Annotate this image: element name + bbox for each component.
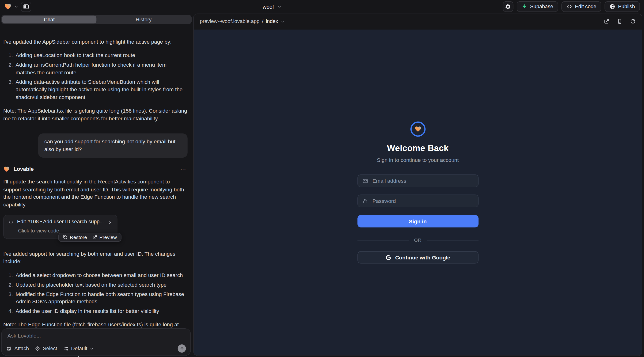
code-icon [566,4,572,10]
assistant-list: Adding useLocation hook to track the cur… [3,52,188,101]
list-item: Added a select dropdown to choose betwee… [14,272,188,279]
email-field-wrap [357,174,478,187]
external-link-icon [92,235,97,240]
model-selector[interactable]: Default [63,346,94,352]
edit-card-title: Edit #108 • Add user ID search supp... [17,218,104,226]
assistant-paragraph: I'll update the search functionality in … [3,178,188,208]
restore-button[interactable]: Restore [63,234,87,240]
list-item: Modified the Edge Function to handle bot… [14,290,188,306]
send-button[interactable] [178,344,186,352]
sliders-icon [63,346,69,351]
chat-tabs: Chat History [1,15,192,24]
project-name: woof [263,4,274,10]
project-switcher[interactable]: woof [263,0,282,13]
restore-label: Restore [70,234,87,240]
assistant-header: Lovable ⋯ [3,165,188,173]
select-label: Select [43,346,57,352]
target-icon [35,346,40,351]
supabase-icon [521,4,527,10]
publish-label: Publish [618,4,635,10]
message-menu-button[interactable]: ⋯ [178,166,188,172]
supabase-button[interactable]: Supabase [516,1,558,12]
gear-icon [505,4,511,10]
list-item: Updated the placeholder text based on th… [14,281,188,288]
edit-code-label: Edit code [575,4,596,10]
heart-icon [4,3,12,10]
path-separator: / [262,18,263,24]
chat-message-list[interactable]: I've updated the AppSidebar component to… [3,38,188,327]
restore-icon [63,235,68,240]
topbar: woof Supabase Edit code [0,0,644,13]
smartphone-icon [617,18,623,24]
tab-history[interactable]: History [96,16,191,24]
heart-icon [3,166,10,172]
chat-input[interactable] [8,332,185,342]
open-in-new-tab-button[interactable] [604,18,610,24]
lock-icon [362,198,368,204]
edit-card-wrap: Edit #108 • Add user ID search supp... C… [3,215,188,239]
google-icon [385,254,392,260]
list-item: Adding an isCurrentPath helper function … [14,61,188,76]
edit-code-button[interactable]: Edit code [562,1,601,12]
preview-domain: preview--woof.lovable.app [200,18,260,24]
panel-left-icon [23,4,29,10]
arrow-up-icon [180,346,184,351]
select-element-button[interactable]: Select [35,346,57,352]
globe-icon [610,4,616,10]
app-window: woof Supabase Edit code [0,0,644,357]
code-icon [9,219,13,225]
preview-button[interactable]: Preview [92,234,117,240]
preview-toolbar: preview--woof.lovable.app / index [194,14,642,29]
mobile-view-button[interactable] [617,18,623,24]
toggle-sidebar-button[interactable] [21,2,31,12]
signin-subtitle: Sign in to continue to your account [377,157,459,163]
mail-icon [362,178,368,184]
assistant-note: Note: The AppSidebar.tsx file is getting… [3,107,188,122]
list-item: Adding data-active attribute to SidebarM… [14,78,188,101]
refresh-button[interactable] [630,18,636,24]
attach-label: Attach [14,346,29,352]
external-link-icon [604,18,610,24]
signin-button[interactable]: Sign in [357,215,478,228]
or-label: OR [414,238,422,242]
preview-url-bar[interactable]: preview--woof.lovable.app / index [200,18,284,24]
chevron-down-icon [278,4,282,9]
chevron-down-icon [90,347,94,350]
attach-image-icon [6,346,12,351]
user-message-bubble: can you add support for searching not on… [38,134,188,158]
assistant-paragraph: I've added support for searching by both… [3,250,188,266]
assistant-list: Added a select dropdown to choose betwee… [3,272,188,315]
google-label: Continue with Google [395,254,450,260]
preview-page: index [266,18,278,24]
chat-panel: Chat History I've updated the AppSidebar… [0,13,193,357]
preview-label: Preview [100,234,117,240]
publish-button[interactable]: Publish [604,1,640,12]
google-signin-button[interactable]: Continue with Google [357,251,478,264]
heart-icon [414,126,422,133]
preview-panel: preview--woof.lovable.app / index [193,14,642,356]
supabase-label: Supabase [530,4,553,10]
tab-chat[interactable]: Chat [2,16,96,24]
email-field[interactable] [372,177,474,184]
assistant-name: Lovable [14,165,34,173]
password-field-wrap [357,195,478,207]
chevron-right-icon [108,220,112,224]
chevron-down-icon [280,20,284,23]
signin-title: Welcome Back [387,143,449,153]
list-item: Adding useLocation hook to track the cur… [14,52,188,59]
refresh-icon [630,18,636,24]
or-divider: OR [357,238,478,242]
composer: Attach Select Default [1,328,191,356]
attach-button[interactable]: Attach [6,346,29,352]
signin-card: Welcome Back Sign in to continue to your… [357,122,478,264]
preview-viewport: Welcome Back Sign in to continue to your… [194,30,642,356]
app-logo [410,122,426,137]
lovable-logo[interactable] [4,3,12,10]
settings-button[interactable] [502,1,513,12]
chevron-down-icon[interactable] [14,5,18,8]
password-field[interactable] [372,198,474,204]
model-label: Default [71,346,87,352]
edit-card-actions: Restore Preview [58,233,122,242]
assistant-paragraph: I've updated the AppSidebar component to… [3,38,188,46]
list-item: Added the user ID display in the results… [14,308,188,315]
